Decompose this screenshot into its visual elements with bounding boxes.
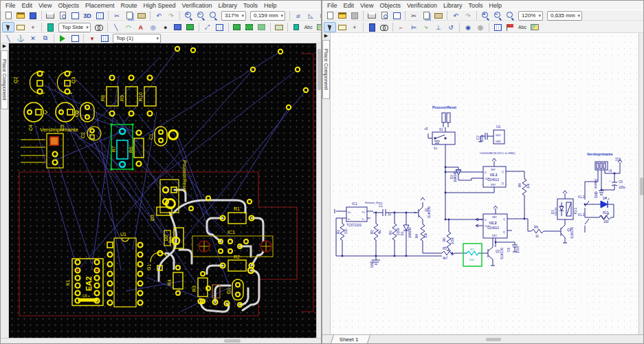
grid-size-dropdown[interactable]: 0,159 mm▾ [250, 11, 285, 21]
preview-3d-icon[interactable]: 3D [81, 10, 93, 21]
flag-icon[interactable] [504, 22, 516, 32]
draw-arc-icon[interactable]: ◠ [122, 22, 135, 32]
origin-tool-icon[interactable]: + [27, 22, 39, 32]
abc-text-icon[interactable]: Abc [302, 22, 315, 32]
place-wire-icon[interactable]: ⌐ [395, 22, 408, 32]
menu-objects[interactable]: Objects [377, 2, 403, 9]
menu-verification[interactable]: Verification [179, 2, 215, 9]
pcb-horizontal-scrollbar[interactable] [1, 338, 321, 343]
pattern-editor-icon[interactable]: ⌀ [292, 10, 304, 21]
titleblock-icon[interactable] [69, 10, 81, 21]
menu-route[interactable]: Route [118, 2, 140, 9]
verify-design-icon[interactable]: ▾ [86, 33, 98, 43]
update-from-schematic-icon[interactable] [290, 22, 302, 32]
compare-icon[interactable] [98, 33, 111, 43]
redo-icon[interactable]: ↷ [462, 10, 474, 21]
place-shape-icon[interactable] [184, 22, 197, 32]
scale-tool-icon[interactable] [336, 22, 348, 32]
select-tool-icon[interactable] [324, 22, 336, 32]
layers-panel-icon[interactable] [93, 10, 106, 21]
board-points-icon[interactable] [273, 22, 285, 32]
cut-icon[interactable]: ✂ [408, 10, 420, 21]
menu-placement[interactable]: Placement [82, 2, 118, 9]
menu-file[interactable]: File [3, 2, 19, 9]
abc-text-icon[interactable]: Abc [516, 22, 529, 32]
picture-icon[interactable] [529, 22, 541, 32]
save-icon[interactable] [348, 10, 361, 21]
zoom-level-dropdown[interactable]: 120%▾ [518, 11, 543, 21]
table-icon[interactable] [214, 22, 226, 32]
zoom-out-icon[interactable]: − [195, 10, 207, 21]
place-via-icon[interactable]: ● [159, 22, 172, 32]
panel-expand-icon[interactable]: ▶ [3, 43, 6, 49]
place-component-tab[interactable]: Place Component [1, 50, 8, 109]
select-tool-icon[interactable] [2, 22, 14, 32]
menu-view[interactable]: View [357, 2, 376, 9]
zoom-in-icon[interactable]: + [182, 10, 195, 21]
autoroute-run-icon[interactable] [56, 33, 69, 43]
zoom-window-icon[interactable] [504, 10, 516, 21]
active-layer-dropdown[interactable]: Top (1)▾ [113, 34, 161, 43]
paste-icon[interactable] [135, 10, 148, 21]
pcb-vertical-scrollbar[interactable] [316, 43, 321, 338]
save-icon[interactable] [27, 10, 39, 21]
print-icon[interactable] [366, 10, 378, 21]
bus-connection-icon[interactable]: ⤷ [420, 22, 432, 32]
paste-icon[interactable] [432, 10, 445, 21]
menu-objects[interactable]: Objects [55, 2, 82, 9]
panel-expand-icon[interactable]: ▶ [324, 33, 328, 39]
reference-net-icon[interactable]: ◉ [462, 22, 474, 32]
scale-tool-icon[interactable] [14, 22, 27, 32]
new-file-icon[interactable] [324, 10, 336, 21]
place-bus-icon[interactable]: ⊨ [408, 22, 420, 32]
undo-icon[interactable]: ↶ [153, 10, 165, 21]
dimension-icon[interactable]: ⤢ [201, 22, 214, 32]
sheet-hscroll[interactable] [369, 335, 643, 343]
menu-verification[interactable]: Verification [404, 2, 440, 9]
draw-line-icon[interactable]: ╲ [110, 22, 122, 32]
undo-icon[interactable]: ↶ [449, 10, 462, 21]
origin-tool-icon[interactable]: + [348, 22, 361, 32]
menu-edit[interactable]: Edit [341, 2, 357, 9]
net-port-icon[interactable]: ⊥ [432, 22, 445, 32]
place-component-tab[interactable]: Place Component [322, 40, 330, 99]
unroute-icon[interactable]: ✕ [27, 33, 39, 43]
connection-loop-icon[interactable]: ↺ [445, 22, 457, 32]
place-pad-icon[interactable]: ◎ [147, 22, 159, 32]
zoom-window-icon[interactable] [207, 10, 219, 21]
print-preview-icon[interactable] [56, 10, 69, 21]
grid-size-dropdown[interactable]: 0,635 mm▾ [547, 11, 582, 21]
pour-update-icon[interactable] [243, 22, 256, 32]
sch-canvas[interactable]: IC1 TCST2103 D+ D- TO T+ R1 330 R2 4k7 R… [331, 33, 639, 334]
sch-vertical-scrollbar[interactable] [639, 33, 643, 334]
menu-help[interactable]: Help [261, 2, 280, 9]
route-via-icon[interactable]: ⚓ [14, 33, 27, 43]
place-component-icon[interactable] [44, 22, 56, 32]
search-icon[interactable] [93, 22, 105, 32]
net-name-icon[interactable]: ◎ [474, 22, 487, 32]
place-text-icon[interactable]: A [135, 22, 147, 32]
placement-setup-icon[interactable]: ⋈ [317, 10, 322, 21]
redo-icon[interactable]: ↷ [165, 10, 177, 21]
pcb-canvas[interactable]: Q2 Q3 R8 R9 R10 C4 C5 C3 C2 VersImpriman… [9, 43, 316, 338]
copy-icon[interactable] [420, 10, 432, 21]
place-polygon-icon[interactable] [172, 22, 184, 32]
sheet-tab[interactable]: Sheet 1 [331, 335, 370, 343]
cut-icon[interactable]: ✂ [111, 10, 123, 21]
copy-icon[interactable] [123, 10, 135, 21]
print-preview-icon[interactable] [378, 10, 390, 21]
zoom-in-icon[interactable]: + [479, 10, 491, 21]
zoom-level-dropdown[interactable]: 317%▾ [221, 11, 246, 21]
zoom-out-icon[interactable]: − [491, 10, 504, 21]
menu-tools[interactable]: Tools [465, 2, 485, 9]
measure-icon[interactable]: ◺ [304, 10, 317, 21]
menu-view[interactable]: View [36, 2, 54, 9]
route-bus-icon[interactable]: ⧉ [39, 33, 52, 43]
open-file-icon[interactable] [14, 10, 27, 21]
new-file-icon[interactable] [2, 10, 14, 21]
sch-selected-r7[interactable] [463, 244, 482, 266]
place-component-icon[interactable] [366, 22, 378, 32]
menu-high-speed[interactable]: High Speed [140, 2, 178, 9]
menu-library[interactable]: Library [441, 2, 465, 9]
route-trace-icon[interactable]: ╲ [2, 33, 14, 43]
